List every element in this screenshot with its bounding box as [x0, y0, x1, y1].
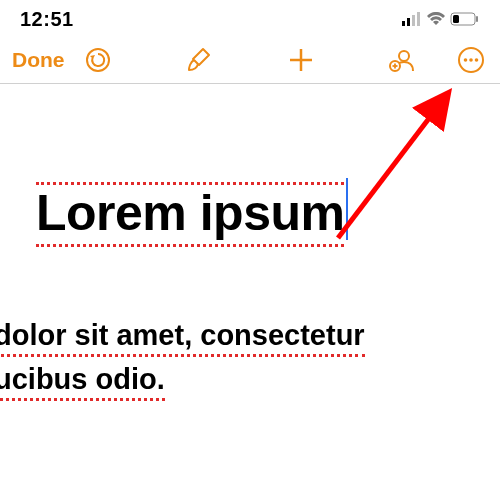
plus-button[interactable] — [286, 45, 316, 75]
undo-button[interactable] — [83, 45, 113, 75]
title-block[interactable]: Lorem ipsum — [36, 184, 344, 247]
collaborate-button[interactable] — [388, 45, 418, 75]
svg-point-17 — [475, 58, 479, 62]
svg-rect-5 — [453, 15, 459, 23]
signal-icon — [402, 8, 422, 31]
svg-point-15 — [464, 58, 468, 62]
status-bar: 12:51 — [0, 0, 500, 37]
body-line-1[interactable]: dolor sit amet, consectetur — [0, 319, 365, 357]
svg-point-16 — [469, 58, 473, 62]
brush-button[interactable] — [184, 45, 214, 75]
status-time: 12:51 — [20, 8, 74, 31]
body-block[interactable]: dolor sit amet, consectetur ucibus odio. — [0, 319, 500, 407]
svg-rect-6 — [476, 16, 478, 22]
document-canvas[interactable]: Lorem ipsum dolor sit amet, consectetur … — [0, 84, 500, 407]
status-indicators — [402, 8, 480, 31]
svg-point-7 — [87, 49, 109, 71]
svg-rect-3 — [417, 12, 420, 26]
document-title[interactable]: Lorem ipsum — [36, 185, 344, 241]
wifi-icon — [426, 8, 446, 31]
svg-rect-2 — [412, 15, 415, 26]
more-button[interactable] — [456, 45, 486, 75]
svg-rect-1 — [407, 18, 410, 26]
svg-point-10 — [399, 51, 409, 61]
spellcheck-line-bottom — [36, 244, 344, 247]
done-button[interactable]: Done — [12, 48, 65, 72]
toolbar: Done — [0, 37, 500, 84]
battery-icon — [450, 8, 480, 31]
body-line-2[interactable]: ucibus odio. — [0, 363, 165, 401]
spellcheck-line-top — [36, 182, 344, 185]
text-cursor — [346, 178, 348, 240]
svg-rect-0 — [402, 21, 405, 26]
